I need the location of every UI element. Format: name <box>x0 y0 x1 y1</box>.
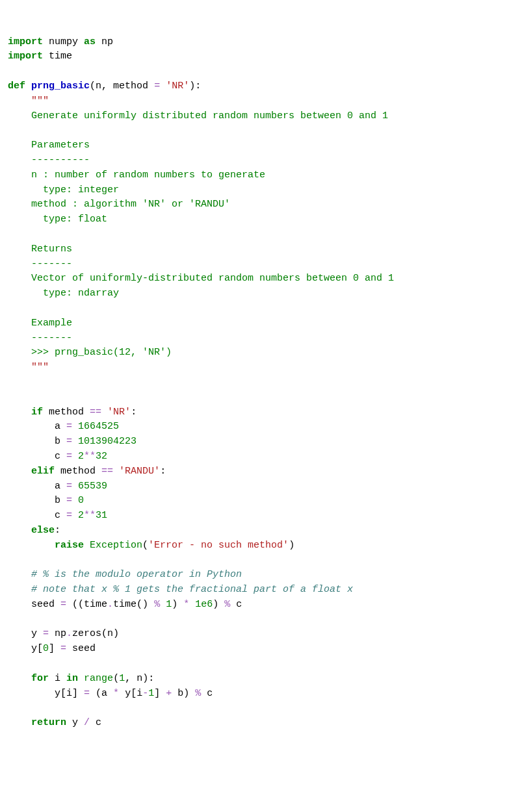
op-assign: = <box>66 451 72 462</box>
expr: time() <box>113 599 148 610</box>
kw-elif: elif <box>31 466 55 477</box>
var-y-index: y[ <box>31 643 43 654</box>
colon: : <box>160 466 166 477</box>
function-name: prng_basic <box>31 81 90 92</box>
expr: y[i] <box>55 688 78 699</box>
module-time: time <box>49 51 72 62</box>
comment-line: # note that x % 1 gets the fractional pa… <box>31 584 353 595</box>
var-c: c <box>96 717 101 728</box>
var-seed: seed <box>72 643 96 654</box>
var-y: y <box>31 628 37 639</box>
docstring-line: Vector of uniformly-distributed random n… <box>31 273 394 284</box>
op-mod: % <box>154 599 160 610</box>
var-method: method <box>49 407 84 418</box>
op-minus: - <box>142 688 148 699</box>
num-literal: 32 <box>96 451 107 462</box>
code-block: import numpy as np import time def prng_… <box>8 35 514 731</box>
num-literal: 1664525 <box>78 421 119 432</box>
colon: : <box>131 407 137 418</box>
num-literal: 2 <box>78 510 84 521</box>
op-assign: = <box>66 495 72 506</box>
alias-np: np <box>101 36 113 47</box>
param-n: n <box>96 81 101 92</box>
var-a: a <box>55 481 60 492</box>
op-pow: ** <box>84 510 96 521</box>
num-literal: 1e6 <box>195 599 213 610</box>
paren: ) <box>213 599 218 610</box>
paren-open: ( <box>113 673 119 684</box>
op-mul: * <box>113 688 119 699</box>
kw-return: return <box>31 717 66 728</box>
kw-for: for <box>31 673 49 684</box>
num-literal: 0 <box>43 643 49 654</box>
var-c: c <box>236 599 242 610</box>
num-literal: 1 <box>166 599 172 610</box>
kw-import: import <box>8 36 43 47</box>
op-assign: = <box>66 421 72 432</box>
op-pow: ** <box>84 451 96 462</box>
param-method: method <box>113 81 148 92</box>
kw-raise: raise <box>55 540 84 551</box>
op-assign: = <box>66 436 72 447</box>
op-mod: % <box>195 688 201 699</box>
kw-in: in <box>66 673 78 684</box>
kw-as: as <box>84 36 96 47</box>
op-dot: . <box>66 628 72 639</box>
kw-if: if <box>31 407 43 418</box>
num-literal: 1 <box>119 673 125 684</box>
var-c: c <box>55 451 60 462</box>
var-y: y <box>72 717 78 728</box>
docstring-line: ------- <box>31 333 72 344</box>
docstring-close: """ <box>31 362 49 373</box>
paren-close: ): <box>189 81 201 92</box>
num-literal: 31 <box>96 510 107 521</box>
kw-else: else <box>31 525 55 536</box>
expr: ((time <box>72 599 107 610</box>
op-assign: = <box>66 510 72 521</box>
docstring-line: Returns <box>31 244 72 255</box>
op-assign: = <box>154 81 160 92</box>
docstring-line: Example <box>31 318 72 329</box>
docstring-line: n : number of random numbers to generate <box>31 170 265 181</box>
docstring-line: >>> prng_basic(12, 'NR') <box>31 347 172 358</box>
op-eq: == <box>90 407 101 418</box>
docstring-open: """ <box>31 95 49 107</box>
op-plus: + <box>166 688 172 699</box>
op-assign: = <box>60 599 66 610</box>
op-eq: == <box>101 466 113 477</box>
str-default: 'NR' <box>166 81 189 92</box>
comma: , <box>101 81 113 92</box>
var-b: b <box>55 436 60 447</box>
docstring-line: type: integer <box>31 184 119 196</box>
exception-name: Exception <box>90 540 142 551</box>
expr: (a <box>96 688 107 699</box>
num-literal: 0 <box>78 495 84 506</box>
str-randu: 'RANDU' <box>119 466 160 477</box>
paren-open: ( <box>90 81 96 92</box>
expr: y[i <box>125 688 142 699</box>
var-a: a <box>55 421 60 432</box>
kw-def: def <box>8 81 25 92</box>
module-numpy: numpy <box>49 36 78 47</box>
comment-line: # % is the modulo operator in Python <box>31 569 242 580</box>
var-i: i <box>55 673 60 684</box>
op-dot: . <box>107 599 113 610</box>
paren-open: ( <box>142 540 148 551</box>
docstring-line: method : algorithm 'NR' or 'RANDU' <box>31 199 230 210</box>
var-c: c <box>55 510 60 521</box>
op-div: / <box>84 717 90 728</box>
builtin-range: range <box>84 673 113 684</box>
docstring-line: ---------- <box>31 155 90 166</box>
op-assign: = <box>84 688 90 699</box>
expr: np <box>55 628 66 639</box>
op-mod: % <box>224 599 230 610</box>
colon: : <box>55 525 60 536</box>
paren-close: ) <box>289 540 294 551</box>
num-literal: 65539 <box>78 481 107 492</box>
var-b: b <box>55 495 60 506</box>
docstring-line: ------- <box>31 259 72 270</box>
op-mul: * <box>183 599 189 610</box>
num-literal: 2 <box>78 451 84 462</box>
var-method: method <box>60 466 96 477</box>
op-assign: = <box>60 643 66 654</box>
